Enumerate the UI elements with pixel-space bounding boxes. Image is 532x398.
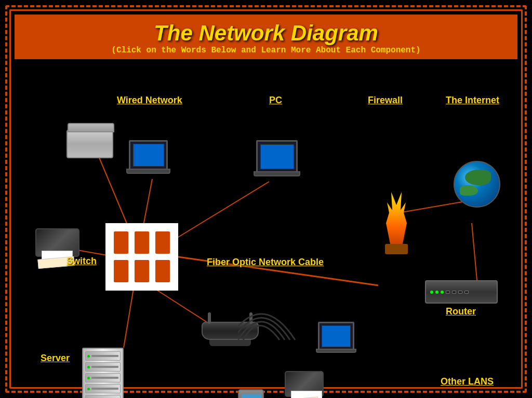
scanner-icon [66, 130, 113, 158]
pc-screen [256, 140, 298, 171]
page-title: The Network Diagram [20, 21, 512, 46]
svg-line-3 [124, 285, 134, 348]
laptop-pc [254, 140, 300, 176]
router-icon [425, 280, 498, 304]
wireless-laptop-screen [318, 322, 354, 349]
wired-network-label[interactable]: Wired Network [117, 95, 182, 106]
scanner-lid [68, 123, 114, 132]
other-lans-label[interactable]: Other LANS [441, 376, 494, 387]
fiber-optic-label[interactable]: Fiber Optic Network Cable [207, 257, 324, 268]
laptop-wired-1 [126, 140, 170, 174]
printer-icon-1 [35, 228, 79, 257]
switch-label[interactable]: Switch [66, 256, 97, 267]
firewall-icon [383, 192, 409, 259]
firewall-label[interactable]: Firewall [368, 95, 403, 106]
diagram-area: Wired Network PC Firewall The Internet F… [15, 67, 517, 389]
the-internet-label[interactable]: The Internet [446, 95, 499, 106]
router-label[interactable]: Router [446, 306, 476, 317]
page-subtitle: (Click on the Words Below and Learn More… [20, 46, 512, 55]
laptop-wireless [316, 322, 356, 353]
globe-icon [454, 161, 500, 208]
server-icon [82, 348, 124, 398]
server-label[interactable]: Server [41, 353, 70, 364]
printer-icon-wireless [285, 371, 324, 397]
pc-label[interactable]: PC [269, 95, 282, 106]
pda-icon [238, 389, 264, 398]
laptop-screen [129, 140, 168, 169]
svg-line-7 [472, 223, 477, 280]
header: The Network Diagram (Click on the Words … [15, 15, 517, 59]
svg-line-4 [176, 182, 269, 239]
svg-line-1 [95, 148, 129, 228]
switch-icon [105, 223, 178, 291]
